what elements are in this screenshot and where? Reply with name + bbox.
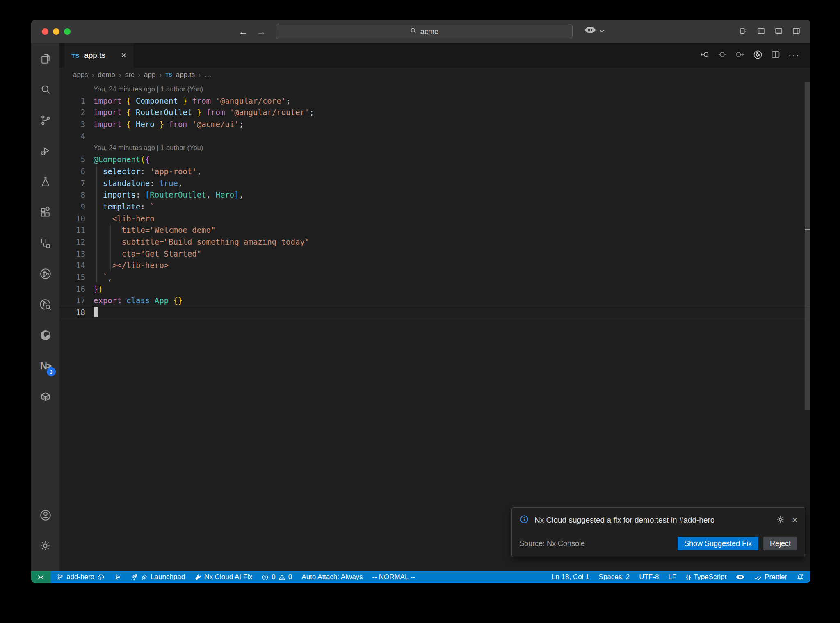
status-nx-cloud-ai-fix[interactable]: Nx Cloud AI Fix xyxy=(194,573,252,581)
code-editor[interactable]: You, 24 minutes ago | 1 author (You)1imp… xyxy=(59,82,810,571)
status-prettier[interactable]: Prettier xyxy=(754,573,787,581)
scrollbar-cursor-marker xyxy=(805,229,810,230)
code-line-17[interactable]: 17export class App {} xyxy=(59,295,810,307)
gitlens-back-revision-icon[interactable] xyxy=(700,50,710,61)
activity-testing-icon[interactable] xyxy=(31,166,59,197)
customize-layout-icon[interactable] xyxy=(739,27,748,35)
split-editor-icon[interactable] xyxy=(771,50,781,61)
breadcrumb-item-app[interactable]: app xyxy=(144,71,155,79)
gitlens-forward-revision-icon[interactable] xyxy=(735,50,745,61)
activity-settings-gear-icon[interactable] xyxy=(31,530,59,561)
status-notifications-bell[interactable] xyxy=(797,573,804,581)
code-line-14[interactable]: 14 ></lib-hero> xyxy=(59,259,810,271)
code-text: import { Component } from '@angular/core… xyxy=(85,95,291,107)
copilot-icon[interactable] xyxy=(584,25,596,36)
navigate-forward-icon[interactable]: → xyxy=(256,20,266,43)
notification-settings-icon[interactable] xyxy=(776,515,785,525)
activity-extensions-icon[interactable] xyxy=(31,197,59,227)
code-line-10[interactable]: 10 <lib-hero xyxy=(59,213,810,225)
status-indentation[interactable]: Spaces: 2 xyxy=(599,573,630,581)
notification-toast: Nx Cloud suggested a fix for demo:test i… xyxy=(511,507,805,557)
vertical-scrollbar[interactable] xyxy=(805,82,810,410)
gitlens-blame-annotation: You, 24 minutes ago | 1 author (You) xyxy=(59,83,810,95)
title-bar: ← → acme xyxy=(31,20,810,43)
code-text: import { RouterOutlet } from '@angular/r… xyxy=(85,107,314,118)
code-line-15[interactable]: 15 `, xyxy=(59,271,810,283)
code-line-16[interactable]: 16}) xyxy=(59,283,810,295)
status-copilot-status[interactable] xyxy=(736,574,744,580)
editor-actions: ··· xyxy=(700,43,810,68)
gitlens-commit-graph-icon[interactable] xyxy=(753,50,763,61)
code-line-6[interactable]: 6 selector: 'app-root', xyxy=(59,166,810,177)
status-text: -- NORMAL -- xyxy=(372,573,415,581)
breadcrumb-item-file[interactable]: app.ts xyxy=(176,71,195,79)
line-number: 13 xyxy=(59,248,85,260)
status-vim-mode[interactable]: -- NORMAL -- xyxy=(372,573,415,581)
breadcrumb-separator: › xyxy=(159,71,162,79)
status-problems[interactable]: 00 xyxy=(262,573,292,581)
code-line-12[interactable]: 12 subtitle="Build something amazing tod… xyxy=(59,236,810,248)
toggle-secondary-sidebar-icon[interactable] xyxy=(792,27,801,35)
activity-edge-tools-icon[interactable] xyxy=(31,320,59,350)
code-text xyxy=(85,130,94,142)
code-text: import { Hero } from '@acme/ui'; xyxy=(85,118,244,130)
tab-app-ts[interactable]: TS app.ts × xyxy=(64,43,134,68)
code-text: subtitle="Build something amazing today" xyxy=(85,236,309,248)
code-line-5[interactable]: 5@Component({ xyxy=(59,154,810,166)
activity-explorer-icon[interactable] xyxy=(31,43,59,74)
code-line-13[interactable]: 13 cta="Get Started" xyxy=(59,248,810,260)
code-line-8[interactable]: 8 imports: [RouterOutlet, Hero], xyxy=(59,189,810,201)
code-text: title="Welcmoe demo" xyxy=(85,224,215,236)
activity-nx-console-icon[interactable]: N>3 xyxy=(31,350,59,381)
toggle-panel-icon[interactable] xyxy=(774,27,783,35)
code-line-11[interactable]: 11 title="Welcmoe demo" xyxy=(59,224,810,236)
code-line-2[interactable]: 2import { RouterOutlet } from '@angular/… xyxy=(59,107,810,118)
code-line-7[interactable]: 7 standalone: true, xyxy=(59,177,810,189)
line-number: 8 xyxy=(59,189,85,201)
code-line-18[interactable]: 18 xyxy=(59,307,810,318)
activity-search-icon[interactable] xyxy=(31,74,59,105)
zoom-window-button[interactable] xyxy=(64,28,71,35)
indent-guide xyxy=(110,224,111,271)
close-tab-icon[interactable]: × xyxy=(121,51,126,60)
breadcrumb-symbol-more[interactable]: … xyxy=(205,71,212,79)
line-number: 6 xyxy=(59,166,85,177)
activity-project-hierarchy-icon[interactable] xyxy=(31,227,59,258)
status-eol[interactable]: LF xyxy=(668,573,676,581)
activity-gitlens-graph-icon[interactable] xyxy=(31,258,59,289)
activity-source-control-icon[interactable] xyxy=(31,105,59,135)
status-commit-graph[interactable] xyxy=(114,574,121,581)
status-branch-publish[interactable]: add-hero xyxy=(57,573,105,581)
code-line-3[interactable]: 3import { Hero } from '@acme/ui'; xyxy=(59,118,810,130)
commit-graph-icon xyxy=(114,574,121,581)
minimize-window-button[interactable] xyxy=(53,28,59,35)
activity-run-debug-icon[interactable] xyxy=(31,135,59,166)
more-actions-icon[interactable]: ··· xyxy=(788,50,800,61)
code-line-4[interactable]: 4 xyxy=(59,130,810,142)
navigate-back-icon[interactable]: ← xyxy=(238,20,248,43)
command-center-search[interactable]: acme xyxy=(276,24,573,39)
typescript-file-icon: TS xyxy=(165,72,172,78)
status-encoding[interactable]: UTF-8 xyxy=(639,573,659,581)
close-window-button[interactable] xyxy=(42,28,48,35)
code-line-1[interactable]: 1import { Component } from '@angular/cor… xyxy=(59,95,810,107)
activity-accounts-icon[interactable] xyxy=(31,500,59,530)
status-cursor-position[interactable]: Ln 18, Col 1 xyxy=(552,573,589,581)
remote-indicator[interactable] xyxy=(31,571,50,583)
activity-containers-icon[interactable] xyxy=(31,381,59,412)
show-suggested-fix-button[interactable]: Show Suggested Fix xyxy=(678,537,758,550)
code-line-9[interactable]: 9 template: ` xyxy=(59,201,810,213)
breadcrumb-item-apps[interactable]: apps xyxy=(73,71,88,79)
toggle-primary-sidebar-icon[interactable] xyxy=(757,27,765,35)
window-controls xyxy=(42,28,71,35)
status-language-mode[interactable]: {}TypeScript xyxy=(686,573,726,581)
gitlens-current-revision-icon[interactable] xyxy=(717,50,727,61)
reject-button[interactable]: Reject xyxy=(763,537,797,550)
status-launchpad[interactable]: Launchpad xyxy=(130,573,185,581)
breadcrumb-item-src[interactable]: src xyxy=(125,71,135,79)
chevron-down-icon[interactable] xyxy=(599,27,605,34)
breadcrumb-item-demo[interactable]: demo xyxy=(98,71,116,79)
notification-close-icon[interactable]: × xyxy=(792,516,797,525)
activity-gitlens-inspect-icon[interactable] xyxy=(31,289,59,320)
status-auto-attach[interactable]: Auto Attach: Always xyxy=(301,573,363,581)
